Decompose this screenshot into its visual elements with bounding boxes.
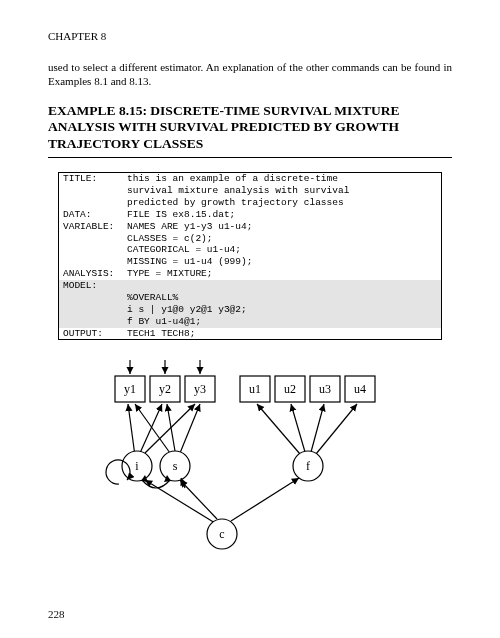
node-y2: y2 (150, 376, 180, 402)
svg-line-18 (140, 404, 162, 453)
path-diagram: y1 y2 y3 u1 u2 u3 (48, 356, 452, 570)
svg-text:y3: y3 (194, 382, 206, 396)
code-label-model: MODEL: (59, 280, 127, 292)
code-text: predicted by growth trajectory classes (127, 197, 441, 209)
svg-text:u4: u4 (354, 382, 366, 396)
svg-text:y2: y2 (159, 382, 171, 396)
svg-line-36 (231, 478, 299, 521)
svg-text:u1: u1 (249, 382, 261, 396)
node-s: s (160, 451, 190, 481)
svg-line-17 (128, 404, 135, 456)
code-label-output: OUTPUT: (59, 328, 127, 340)
code-text: i s | y1@0 y2@1 y3@2; (127, 304, 441, 316)
code-text: MISSING = u1-u4 (999); (127, 256, 441, 268)
node-u1: u1 (240, 376, 270, 402)
code-text: TYPE = MIXTURE; (127, 268, 441, 280)
svg-text:f: f (306, 459, 310, 473)
code-text: survival mixture analysis with survival (127, 185, 441, 197)
document-page: CHAPTER 8 used to select a different est… (0, 0, 500, 638)
svg-text:u2: u2 (284, 382, 296, 396)
code-text: CATEGORICAL = u1-u4; (127, 244, 441, 256)
code-text: FILE IS ex8.15.dat; (127, 209, 441, 221)
code-text: TECH1 TECH8; (127, 328, 441, 340)
code-text: CLASSES = c(2); (127, 233, 441, 245)
svg-line-25 (311, 404, 324, 452)
code-label-variable: VARIABLE: (59, 221, 127, 233)
node-y1: y1 (115, 376, 145, 402)
code-label-data: DATA: (59, 209, 127, 221)
node-f: f (293, 451, 323, 481)
code-block: TITLE:this is an example of a discrete-t… (58, 172, 442, 340)
svg-text:u3: u3 (319, 382, 331, 396)
svg-line-34 (145, 480, 215, 523)
svg-line-21 (167, 404, 175, 451)
svg-text:y1: y1 (124, 382, 136, 396)
node-u4: u4 (345, 376, 375, 402)
svg-text:c: c (219, 527, 224, 541)
code-text: this is an example of a discrete-time (127, 173, 441, 185)
svg-line-22 (180, 404, 200, 453)
node-u2: u2 (275, 376, 305, 402)
node-i: i (122, 451, 152, 481)
code-text: f BY u1-u4@1; (127, 316, 441, 328)
code-label-analysis: ANALYSIS: (59, 268, 127, 280)
code-label-title: TITLE: (59, 173, 127, 185)
code-text: NAMES ARE y1-y3 u1-u4; (127, 221, 441, 233)
chapter-header: CHAPTER 8 (48, 30, 452, 42)
section-title: EXAMPLE 8.15: DISCRETE-TIME SURVIVAL MIX… (48, 103, 452, 159)
svg-text:s: s (173, 459, 178, 473)
intro-paragraph: used to select a different estimator. An… (48, 60, 452, 89)
diagram-svg: y1 y2 y3 u1 u2 u3 (95, 356, 405, 566)
svg-line-24 (291, 404, 305, 452)
code-text: %OVERALL% (127, 292, 441, 304)
node-y3: y3 (185, 376, 215, 402)
page-number: 228 (48, 608, 65, 620)
node-u3: u3 (310, 376, 340, 402)
node-c: c (207, 519, 237, 549)
